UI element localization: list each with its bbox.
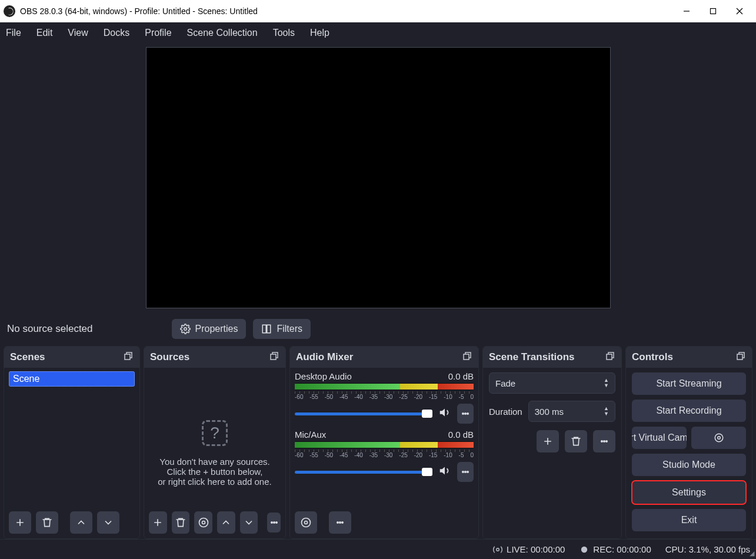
svg-rect-1: [710, 9, 715, 14]
scene-down-button[interactable]: [97, 511, 119, 534]
sources-dock: Sources ? You don't have any sources. Cl…: [144, 346, 286, 539]
speaker-icon[interactable]: [438, 464, 451, 480]
popout-icon[interactable]: [462, 351, 472, 364]
mixer-more-button[interactable]: [329, 511, 351, 534]
channel-name: Mic/Aux: [295, 430, 326, 440]
properties-button[interactable]: Properties: [172, 319, 247, 339]
source-more-button[interactable]: [267, 513, 281, 533]
start-recording-button[interactable]: Start Recording: [632, 400, 746, 422]
menubar: File Edit View Docks Profile Scene Colle…: [0, 22, 756, 44]
scenes-title: Scenes: [10, 351, 45, 363]
exit-button[interactable]: Exit: [632, 509, 746, 531]
svg-rect-15: [464, 354, 469, 360]
channel-more-button[interactable]: [457, 404, 474, 424]
transition-more-button[interactable]: [593, 430, 615, 452]
svg-point-16: [305, 521, 308, 524]
delete-scene-button[interactable]: [36, 511, 58, 534]
add-source-button[interactable]: [149, 511, 167, 534]
transitions-title: Scene Transitions: [489, 351, 575, 363]
speaker-icon[interactable]: [438, 406, 451, 421]
resize-grip[interactable]: ◢: [750, 550, 754, 557]
sources-empty-line2: Click the + button below,: [166, 467, 262, 477]
mixer-channel: Mic/Aux0.0 dB -60-55-50-45-40-35-30-25-2…: [295, 430, 474, 482]
svg-point-17: [302, 518, 311, 527]
scenes-dock: Scenes Scene: [4, 346, 140, 539]
vu-meter: [295, 383, 474, 390]
chevron-updown-icon: ▲▼: [604, 406, 609, 417]
channel-more-button[interactable]: [457, 462, 474, 482]
svg-point-23: [715, 434, 723, 442]
live-status: LIVE: 00:00:00: [492, 544, 565, 555]
svg-rect-21: [737, 354, 742, 360]
popout-icon[interactable]: [123, 351, 134, 364]
source-toolbar: No source selected Properties Filters: [0, 315, 756, 346]
menu-edit[interactable]: Edit: [34, 26, 55, 39]
settings-button[interactable]: Settings: [632, 481, 746, 504]
sources-empty-line1: You don't have any sources.: [159, 457, 269, 467]
start-virtual-camera-button[interactable]: tart Virtual Camer: [632, 427, 687, 449]
svg-point-13: [202, 521, 205, 524]
channel-name: Desktop Audio: [295, 371, 352, 381]
studio-mode-button[interactable]: Studio Mode: [632, 454, 746, 476]
volume-slider[interactable]: [295, 412, 432, 415]
transition-selected: Fade: [495, 378, 515, 388]
start-streaming-button[interactable]: Start Streaming: [632, 372, 746, 395]
svg-rect-10: [271, 354, 276, 360]
filters-button[interactable]: Filters: [253, 319, 311, 339]
maximize-button[interactable]: [700, 0, 726, 22]
db-scale: -60-55-50-45-40-35-30-25-20-15-10-50: [295, 452, 474, 458]
rec-status: REC: 00:00:00: [579, 544, 651, 555]
scene-item[interactable]: Scene: [9, 371, 135, 387]
cpu-status: CPU: 3.1%, 30.00 fps: [665, 544, 750, 554]
titlebar: OBS 28.0.3 (64-bit, windows) - Profile: …: [0, 0, 756, 22]
menu-file[interactable]: File: [4, 26, 24, 39]
channel-db: 0.0 dB: [448, 430, 474, 440]
menu-help[interactable]: Help: [308, 26, 332, 39]
popout-icon[interactable]: [735, 351, 746, 364]
popout-icon[interactable]: [269, 351, 279, 364]
menu-tools[interactable]: Tools: [271, 26, 297, 39]
menu-scene-collection[interactable]: Scene Collection: [185, 26, 260, 39]
preview-wrap: [0, 44, 756, 315]
preview-area[interactable]: [146, 47, 611, 308]
menu-profile[interactable]: Profile: [142, 26, 174, 39]
menu-view[interactable]: View: [65, 26, 90, 39]
sources-empty-state[interactable]: ? You don't have any sources. Click the …: [149, 371, 281, 535]
sources-title: Sources: [150, 351, 189, 363]
source-up-button[interactable]: [217, 511, 235, 534]
close-button[interactable]: [726, 0, 752, 22]
mixer-channel: Desktop Audio0.0 dB -60-55-50-45-40-35-3…: [295, 371, 474, 424]
docks-row: Scenes Scene Sources ? You don't have an…: [0, 346, 756, 539]
duration-label: Duration: [489, 407, 522, 417]
duration-spinner[interactable]: 300 ms ▲▼: [528, 401, 615, 422]
statusbar: LIVE: 00:00:00 REC: 00:00:00 CPU: 3.1%, …: [0, 539, 756, 559]
gear-icon: [180, 324, 191, 334]
source-down-button[interactable]: [240, 511, 258, 534]
svg-rect-6: [267, 325, 271, 333]
transition-select[interactable]: Fade ▲▼: [489, 372, 615, 394]
filters-label: Filters: [277, 324, 302, 334]
sources-empty-line3: or right click here to add one.: [158, 477, 271, 487]
virtual-camera-settings-button[interactable]: [691, 427, 746, 449]
popout-icon[interactable]: [605, 351, 615, 364]
mixer-advanced-button[interactable]: [295, 511, 317, 534]
channel-db: 0.0 dB: [448, 371, 474, 381]
volume-slider[interactable]: [295, 471, 432, 474]
window-title: OBS 28.0.3 (64-bit, windows) - Profile: …: [20, 6, 258, 16]
no-source-label: No source selected: [7, 323, 93, 335]
add-scene-button[interactable]: [9, 511, 31, 534]
chevron-updown-icon: ▲▼: [604, 378, 609, 388]
svg-rect-18: [607, 354, 612, 360]
source-properties-button[interactable]: [194, 511, 212, 534]
gear-icon: [714, 432, 724, 443]
minimize-button[interactable]: [673, 0, 700, 22]
delete-transition-button[interactable]: [565, 430, 587, 452]
scene-up-button[interactable]: [70, 511, 92, 534]
app-icon: [4, 5, 15, 17]
add-transition-button[interactable]: [537, 430, 559, 452]
properties-label: Properties: [195, 324, 238, 334]
delete-source-button[interactable]: [172, 511, 190, 534]
svg-rect-7: [125, 354, 130, 360]
vu-meter: [295, 441, 474, 448]
menu-docks[interactable]: Docks: [101, 26, 132, 39]
